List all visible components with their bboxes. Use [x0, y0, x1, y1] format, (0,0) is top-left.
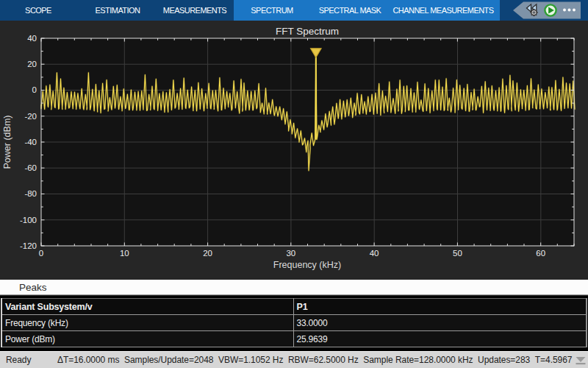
svg-text:-120: -120	[20, 241, 37, 250]
svg-text:60: 60	[536, 249, 545, 258]
svg-text:-60: -60	[24, 163, 37, 172]
svg-text:10: 10	[120, 249, 129, 258]
svg-text:0: 0	[39, 249, 43, 258]
svg-text:-80: -80	[24, 189, 37, 198]
svg-text:50: 50	[453, 249, 462, 258]
svg-text:-20: -20	[24, 112, 37, 121]
svg-text:20: 20	[27, 60, 37, 68]
svg-text:-40: -40	[24, 138, 37, 146]
svg-text:Frequency (kHz): Frequency (kHz)	[273, 260, 341, 270]
svg-text:30: 30	[286, 249, 295, 258]
svg-text:20: 20	[203, 249, 212, 258]
svg-text:FFT Spectrum: FFT Spectrum	[276, 26, 339, 37]
svg-text:-100: -100	[20, 216, 37, 224]
svg-text:40: 40	[370, 249, 379, 258]
svg-text:0: 0	[32, 85, 37, 94]
svg-text:40: 40	[27, 34, 37, 43]
svg-text:Power (dBm): Power (dBm)	[2, 116, 12, 169]
